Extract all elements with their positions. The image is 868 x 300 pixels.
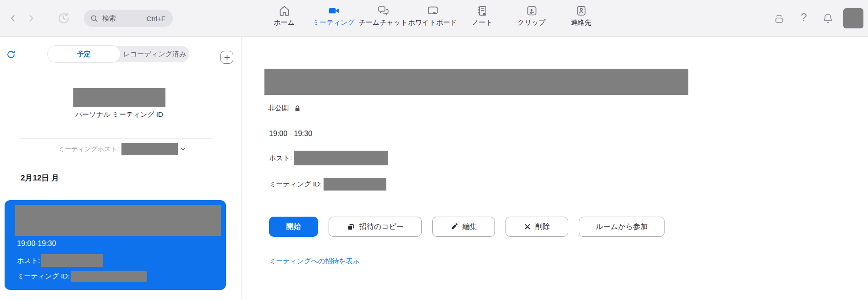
forward-icon[interactable] (26, 13, 37, 24)
meeting-host-filter[interactable]: ミーティングホスト: (58, 143, 186, 155)
edit-button[interactable]: 編集 (432, 217, 495, 237)
tab-whiteboard[interactable]: ホワイトボード (408, 4, 457, 27)
meeting-time: 19:00 - 19:30 (269, 130, 312, 138)
privacy-row: 非公開 (268, 104, 302, 113)
redacted-host-name (294, 151, 388, 165)
tab-team-chat[interactable]: チームチャット (358, 4, 408, 27)
chevron-down-icon (180, 146, 186, 152)
main-nav-tabs: ホーム ミーティング チームチャット ホワイトボード (259, 4, 606, 27)
meeting-id-label: ミーティング ID: (269, 180, 322, 189)
tab-clips[interactable]: クリップ (507, 4, 556, 27)
pencil-icon (450, 223, 458, 231)
upcoming-recorded-segmented-control: 予定 レコーディング済み (48, 46, 189, 62)
close-x-icon (524, 223, 531, 230)
delete-button[interactable]: 削除 (505, 217, 568, 237)
meeting-actions: 開始 招待のコピー 編集 削除 ルームから参加 (269, 217, 665, 237)
refresh-icon[interactable] (6, 49, 17, 60)
search-input[interactable]: 検索 Ctrl+F (84, 10, 173, 27)
tab-home[interactable]: ホーム (259, 4, 309, 27)
zoom-app-window: 検索 Ctrl+F ホーム ミーティング チームチャット (0, 0, 868, 300)
redacted-meeting-title (15, 205, 221, 236)
redacted-personal-meeting-id (73, 88, 165, 107)
host-label: ホスト: (269, 154, 292, 163)
meeting-detail-panel: 非公開 19:00 - 19:30 ホスト: ミーティング ID: 開始 招待の… (242, 37, 868, 300)
tab-recorded[interactable]: レコーディング済み (120, 46, 189, 62)
search-shortcut-hint: Ctrl+F (147, 15, 165, 22)
copy-invitation-button[interactable]: 招待のコピー (329, 217, 422, 237)
meeting-time: 19:00-19:30 (17, 240, 56, 248)
whiteboard-icon (426, 4, 439, 17)
delete-button-label: 削除 (535, 222, 550, 232)
host-row: ホスト: (269, 151, 388, 165)
chat-bubbles-icon (377, 4, 390, 17)
privacy-label: 非公開 (268, 104, 289, 113)
meeting-host-filter-label: ミーティングホスト: (58, 145, 119, 153)
history-icon[interactable] (57, 11, 71, 25)
screen-cast-icon[interactable] (773, 12, 786, 25)
tab-contacts[interactable]: 連絡先 (556, 4, 606, 27)
add-meeting-button[interactable] (220, 51, 233, 64)
top-bar: 検索 Ctrl+F ホーム ミーティング チームチャット (0, 0, 868, 37)
tab-team-chat-label: チームチャット (358, 18, 407, 27)
meeting-id-label: ミーティング ID: (17, 272, 70, 281)
copy-icon (346, 223, 355, 231)
lock-icon (293, 104, 302, 113)
clip-icon (525, 4, 538, 17)
tab-upcoming-label: 予定 (77, 50, 91, 59)
notifications-bell-icon[interactable] (821, 12, 834, 25)
back-icon[interactable] (7, 13, 18, 24)
video-camera-icon (327, 4, 340, 17)
divider (5, 298, 226, 298)
help-icon[interactable]: ? (797, 11, 810, 24)
tab-notes[interactable]: ノート (457, 4, 507, 27)
tab-meetings-label: ミーティング (313, 18, 355, 27)
date-header: 2月12日 月 (21, 173, 59, 183)
host-label: ホスト: (17, 256, 40, 265)
tab-contacts-label: 連絡先 (571, 18, 592, 27)
redacted-meeting-title (264, 69, 688, 95)
copy-invitation-label: 招待のコピー (359, 222, 404, 232)
start-button[interactable]: 開始 (269, 217, 318, 237)
meeting-list-item-selected[interactable]: 19:00-19:30 ホスト: ミーティング ID: (5, 200, 226, 290)
join-from-room-label: ルームから参加 (596, 222, 648, 232)
redacted-host-name (121, 143, 178, 155)
meetings-sidebar: 予定 レコーディング済み パーソナル ミーティング ID ミーティングホスト: … (0, 37, 242, 300)
divider (19, 138, 213, 139)
start-button-label: 開始 (286, 222, 301, 232)
search-placeholder: 検索 (102, 14, 116, 23)
redacted-meeting-id (71, 271, 147, 282)
home-icon (278, 4, 291, 17)
tab-whiteboard-label: ホワイトボード (408, 18, 457, 27)
tab-meetings[interactable]: ミーティング (309, 4, 358, 27)
tab-notes-label: ノート (472, 18, 493, 27)
personal-meeting-id-label: パーソナル ミーティング ID (50, 110, 188, 119)
tab-recorded-label: レコーディング済み (123, 50, 186, 59)
redacted-meeting-id (324, 178, 386, 191)
edit-button-label: 編集 (462, 222, 477, 232)
show-meeting-invitation-link[interactable]: ミーティングへの招待を表示 (269, 257, 360, 266)
tab-home-label: ホーム (274, 18, 295, 27)
redacted-host-name (41, 254, 103, 267)
contacts-icon (575, 4, 588, 17)
search-icon (90, 14, 99, 23)
tab-upcoming[interactable]: 予定 (48, 46, 120, 62)
note-icon (476, 4, 489, 17)
user-avatar[interactable] (843, 8, 863, 28)
join-from-room-button[interactable]: ルームから参加 (579, 217, 665, 237)
meeting-id-row: ミーティング ID: (269, 178, 386, 191)
tab-clips-label: クリップ (517, 18, 545, 27)
